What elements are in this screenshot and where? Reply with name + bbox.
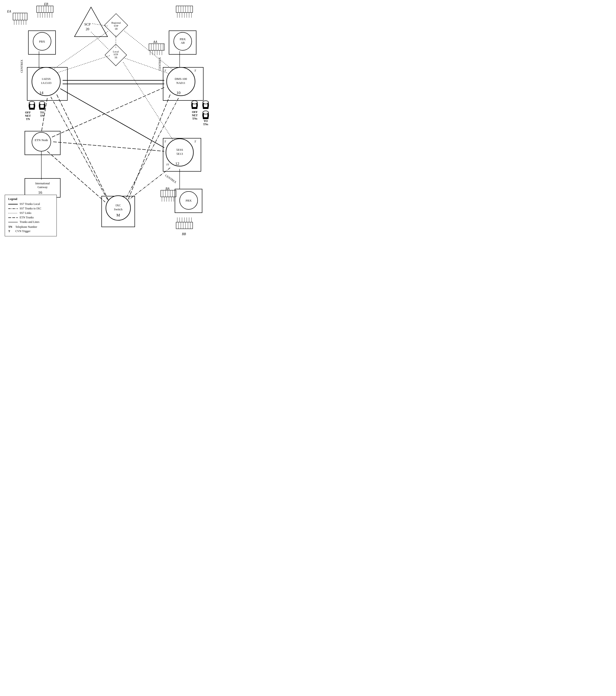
legend-t-row: T CVN Trigger	[8, 230, 53, 233]
etn-circle	[32, 132, 51, 151]
pbxba-label: PBX	[186, 199, 192, 202]
regional-stp-label2: STP	[114, 24, 119, 27]
local-stp-label2: STP	[114, 53, 118, 56]
phone-totn-r2	[203, 111, 209, 119]
totn-r-label2: TNs	[203, 123, 208, 126]
eb-label: EB	[44, 2, 48, 6]
scp-triangle	[75, 7, 108, 37]
etn-etn-dms100	[52, 88, 164, 137]
etn-label1: ETN Node	[35, 138, 48, 142]
bb-label: BB	[182, 232, 186, 236]
ea-label: EA	[7, 10, 11, 13]
legend-ss7-links: SS7 Links	[8, 211, 53, 215]
svg-rect-87	[203, 107, 208, 109]
dms100-num: 10	[177, 91, 180, 95]
phone-offnet	[29, 101, 35, 110]
ss7-trunk-1aess-5ess	[60, 89, 164, 148]
telephone-eb	[37, 6, 53, 18]
pbxea-label: PBX	[39, 40, 45, 43]
intlgw-label2: Gateway	[37, 186, 48, 189]
telephone-bb	[176, 218, 193, 229]
ss7-link-scp-rstp	[92, 23, 108, 26]
totn-r-label1: TO	[204, 119, 207, 123]
aa-label: AA	[153, 40, 157, 44]
5ess-label2: 5E13	[176, 152, 183, 156]
etn-etn-ixc	[47, 151, 105, 202]
centrex-aa-label: CENTREX	[158, 57, 161, 70]
legend-ss7-local: SS7 Trunks Local	[8, 202, 53, 206]
legend-trunks-label: Trunks and Lines	[20, 220, 40, 224]
1aess-label1: 1AESS	[42, 77, 51, 81]
5ess-label1: 5ESS	[176, 148, 183, 152]
ixc-label2: Switch	[114, 207, 123, 211]
totn-label1: TO	[40, 111, 44, 114]
diagram-container: SCP 20 Regional STP 18 Local STP 16 1AES…	[0, 0, 213, 241]
telephone-aa	[149, 44, 164, 55]
legend-tn-row: TN Telephone Number	[8, 225, 53, 229]
ba-label: BA	[165, 187, 170, 190]
offnet-r-label3: TNs	[192, 117, 198, 120]
intlgw-label1: International	[35, 182, 50, 185]
ss7-ixc-5ess-ixc	[129, 168, 170, 200]
offnet-label3: TN	[26, 117, 30, 121]
ss7-link-scp-lstp	[91, 32, 109, 50]
ss7-link-dms100-rstp	[124, 31, 173, 70]
legend-trunks: Trunks and Lines	[8, 220, 53, 224]
5ess-num: 12	[175, 161, 179, 166]
etn-etn-5ess	[53, 142, 164, 151]
t-label-dms2: T	[194, 69, 196, 72]
svg-rect-89	[203, 117, 208, 119]
telephone-ea	[13, 13, 27, 25]
offnet-label2: NET	[25, 114, 31, 117]
ixc-num: M	[116, 213, 120, 218]
phone-totn	[39, 101, 45, 110]
etn-1aess-ixc	[57, 95, 109, 201]
legend-tn-key: TN	[8, 225, 15, 229]
legend-ss7-ixc-label: SS7 Trunks to IXC	[20, 207, 41, 210]
legend-t-value: CVN Trigger	[15, 230, 31, 233]
local-stp-num: 16	[114, 56, 117, 59]
t-label-5ess: T	[164, 140, 166, 143]
legend-box: Legend SS7 Trunks Local SS7 Trunks to IX…	[5, 195, 57, 236]
legend-etn-label: ETN Trunks	[20, 216, 34, 219]
1aess-num: 14	[40, 91, 44, 95]
legend-ss7-local-label: SS7 Trunks Local	[20, 202, 40, 206]
svg-rect-81	[29, 108, 35, 110]
ss7-link-1aess-lstp	[56, 56, 110, 73]
legend-tn-value: Telephone Number	[15, 225, 37, 229]
phone-totn-r1	[203, 101, 209, 109]
centrex-ea-label: CENTREX	[20, 60, 23, 73]
1aess-label2: 1A13.03	[41, 81, 51, 84]
t-label-dms: T	[164, 69, 166, 72]
legend-abbreviations: TN Telephone Number T CVN Trigger	[8, 225, 53, 233]
t-label-5ess2: T	[194, 140, 196, 143]
dms100-label1: DMS-100	[175, 77, 187, 81]
offnet-r-label2: NET	[192, 114, 198, 117]
legend-title: Legend	[8, 197, 53, 201]
regional-stp-num: 18	[115, 27, 117, 31]
scp-number: 20	[86, 27, 89, 31]
phone-offnet-r	[191, 101, 198, 109]
telephone-ba	[161, 190, 176, 202]
svg-rect-85	[192, 107, 198, 109]
telephone-ab	[176, 6, 193, 18]
scp-label: SCP	[84, 22, 91, 26]
pbxab-label2: AB	[181, 41, 185, 44]
totn-label2: TN	[40, 114, 44, 117]
svg-rect-83	[39, 108, 45, 110]
pbxab-label1: PBX	[180, 37, 186, 41]
ss7-ixc-1aess-ixc	[51, 97, 108, 200]
ixc-label1: IXC	[115, 204, 121, 207]
offnet-r-label1: OFF	[192, 110, 198, 114]
legend-ss7-links-label: SS7 Links	[20, 211, 31, 215]
local-stp-label: Local	[113, 50, 119, 53]
legend-etn: ETN Trunks	[8, 216, 53, 219]
legend-t-key: T	[8, 230, 15, 233]
regional-stp-label: Regional	[111, 21, 121, 24]
intlgw-num: 16	[38, 190, 42, 195]
dms100-label2: NA011	[176, 81, 185, 84]
offnet-label1: OFF	[25, 111, 31, 114]
centrex-ba-label: CENTREX	[164, 174, 177, 184]
tt-label: TT	[166, 163, 169, 166]
legend-ss7-ixc: SS7 Trunks to IXC	[8, 207, 53, 210]
